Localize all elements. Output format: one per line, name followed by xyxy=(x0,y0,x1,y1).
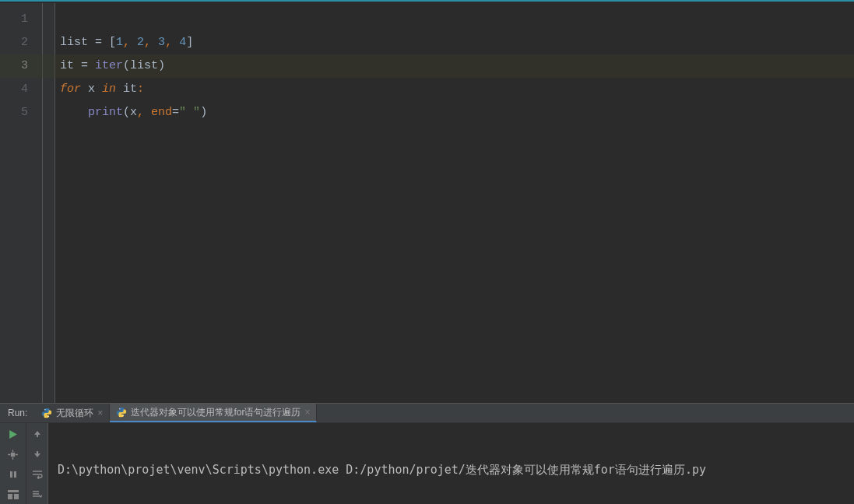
svg-point-0 xyxy=(45,409,46,410)
arg: list xyxy=(130,59,158,72)
svg-point-3 xyxy=(123,415,124,416)
var-it: it xyxy=(123,82,137,96)
svg-rect-9 xyxy=(14,494,19,499)
comma: , xyxy=(123,36,137,49)
svg-rect-4 xyxy=(11,452,15,456)
rerun-button[interactable] xyxy=(6,427,20,441)
paren: ) xyxy=(200,106,207,119)
svg-rect-5 xyxy=(10,471,12,478)
op: = xyxy=(74,59,95,72)
soft-wrap-icon[interactable] xyxy=(30,467,44,481)
run-label: Run: xyxy=(0,408,35,418)
num: 2 xyxy=(137,36,144,49)
up-arrow-icon[interactable] xyxy=(30,427,44,441)
bracket: ] xyxy=(186,36,193,49)
kw-for: for xyxy=(60,82,81,96)
svg-point-1 xyxy=(48,416,49,417)
line-number: 5 xyxy=(0,101,42,124)
kwarg: end xyxy=(151,106,172,119)
tab-label: 迭代器对象可以使用常规for语句进行遍历 xyxy=(131,406,300,419)
str: " " xyxy=(179,106,200,119)
var: it xyxy=(60,59,74,72)
sp xyxy=(116,82,123,96)
tab-label: 无限循环 xyxy=(56,407,93,420)
num: 1 xyxy=(116,36,123,49)
comma: , xyxy=(165,36,179,49)
stop-button[interactable] xyxy=(6,447,20,461)
builtin: print xyxy=(88,106,123,119)
indent-guide xyxy=(60,106,88,119)
python-icon xyxy=(116,407,127,418)
code-line-2: list = [1, 2, 3, 4] xyxy=(55,31,854,54)
console-cmd: D:\python\projet\venv\Scripts\python.exe… xyxy=(58,459,845,481)
editor-area: 1 2 3 4 5 list = [1, 2, 3, 4] it = iter(… xyxy=(0,3,854,403)
console-toolbar-left xyxy=(0,423,26,504)
paren: ( xyxy=(123,106,130,119)
code-line-5: print(x, end=" ") xyxy=(55,101,854,124)
code-editor[interactable]: list = [1, 2, 3, 4] it = iter(list) for … xyxy=(55,3,854,403)
run-tool-window-header: Run: 无限循环 × 迭代器对象可以使用常规for语句进行遍历 × xyxy=(0,403,854,423)
svg-point-2 xyxy=(120,408,121,409)
console-toolbar-right xyxy=(26,423,48,504)
paren: ( xyxy=(123,59,130,72)
sp xyxy=(95,82,102,96)
line-number: 2 xyxy=(0,31,42,54)
layout-button[interactable] xyxy=(6,488,20,502)
bracket: [ xyxy=(109,36,116,49)
paren: ) xyxy=(158,59,165,72)
run-tab[interactable]: 无限循环 × xyxy=(35,404,110,422)
colon: : xyxy=(137,82,144,96)
builtin: iter xyxy=(95,59,123,72)
line-number: 1 xyxy=(0,8,42,31)
svg-rect-6 xyxy=(14,471,16,478)
sp xyxy=(81,82,88,96)
close-icon[interactable]: × xyxy=(304,407,310,418)
var-x: x xyxy=(88,82,95,96)
scroll-to-end-icon[interactable] xyxy=(30,488,44,502)
svg-rect-8 xyxy=(8,494,12,499)
console-area: D:\python\projet\venv\Scripts\python.exe… xyxy=(0,423,854,504)
arg: x xyxy=(130,106,137,119)
comma: , xyxy=(144,36,158,49)
comma: , xyxy=(137,106,151,119)
python-icon xyxy=(41,408,52,418)
code-lines: list = [1, 2, 3, 4] it = iter(list) for … xyxy=(55,8,854,124)
code-line-1 xyxy=(55,8,854,31)
down-arrow-icon[interactable] xyxy=(30,447,44,461)
console-output[interactable]: D:\python\projet\venv\Scripts\python.exe… xyxy=(48,423,854,504)
run-tab-active[interactable]: 迭代器对象可以使用常规for语句进行遍历 × xyxy=(110,404,317,422)
pause-button[interactable] xyxy=(6,467,20,481)
close-icon[interactable]: × xyxy=(97,408,103,418)
line-number: 4 xyxy=(0,78,42,101)
op: = xyxy=(88,36,109,49)
num: 3 xyxy=(158,36,165,49)
kw-in: in xyxy=(102,82,116,96)
var: list xyxy=(60,36,88,49)
code-line-4: for x in it: xyxy=(55,78,854,101)
eq: = xyxy=(172,106,179,119)
num: 4 xyxy=(179,36,186,49)
svg-rect-7 xyxy=(8,490,19,492)
code-line-3: it = iter(list) xyxy=(55,54,854,78)
